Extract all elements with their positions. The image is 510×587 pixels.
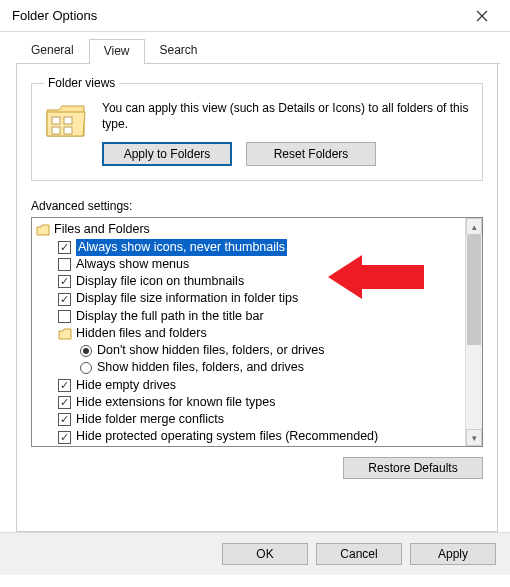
svg-rect-3: [64, 127, 72, 134]
cancel-button[interactable]: Cancel: [316, 543, 402, 565]
folder-views-legend: Folder views: [44, 76, 119, 90]
tree-item-label: Display the full path in the title bar: [76, 308, 264, 325]
folder-icon: [58, 328, 72, 340]
folder-views-group: Folder views You can apply this view (su…: [31, 76, 483, 181]
tree-root[interactable]: Files and Folders: [36, 221, 463, 238]
close-button[interactable]: [462, 2, 502, 30]
tree-item[interactable]: Always show menus: [36, 256, 463, 273]
tree-item-label: Display file size information in folder …: [76, 290, 298, 307]
tree-root-label: Files and Folders: [54, 221, 150, 238]
folder-icon: [36, 224, 50, 236]
radio-icon[interactable]: [80, 345, 92, 357]
apply-to-folders-button[interactable]: Apply to Folders: [102, 142, 232, 166]
tab-strip: General View Search: [16, 38, 500, 64]
scroll-thumb[interactable]: [467, 235, 481, 345]
window-title: Folder Options: [12, 8, 462, 23]
tree-item-label: Show hidden files, folders, and drives: [97, 359, 304, 376]
tab-panel-view: Folder views You can apply this view (su…: [16, 64, 498, 532]
checkbox-icon[interactable]: [58, 293, 71, 306]
svg-rect-0: [52, 117, 60, 124]
tree-item[interactable]: Hide protected operating system files (R…: [36, 428, 463, 445]
apply-button[interactable]: Apply: [410, 543, 496, 565]
tree-item[interactable]: Show hidden files, folders, and drives: [36, 359, 463, 376]
svg-rect-2: [52, 127, 60, 134]
tab-view[interactable]: View: [89, 39, 145, 64]
checkbox-icon[interactable]: [58, 413, 71, 426]
vertical-scrollbar[interactable]: ▴ ▾: [465, 218, 482, 446]
tree-item-label: Always show icons, never thumbnails: [76, 239, 287, 256]
reset-folders-button[interactable]: Reset Folders: [246, 142, 376, 166]
scroll-up-button[interactable]: ▴: [466, 218, 482, 235]
radio-icon[interactable]: [80, 362, 92, 374]
checkbox-icon[interactable]: [58, 431, 71, 444]
scroll-down-button[interactable]: ▾: [466, 429, 482, 446]
scroll-track[interactable]: [466, 235, 482, 429]
tree-item[interactable]: Display the full path in the title bar: [36, 308, 463, 325]
checkbox-icon[interactable]: [58, 241, 71, 254]
tree-item[interactable]: Display file icon on thumbnails: [36, 273, 463, 290]
titlebar: Folder Options: [0, 0, 510, 32]
tree-item[interactable]: Hide folder merge conflicts: [36, 411, 463, 428]
checkbox-icon[interactable]: [58, 310, 71, 323]
tree-item[interactable]: Display file size information in folder …: [36, 290, 463, 307]
checkbox-icon[interactable]: [58, 396, 71, 409]
svg-rect-1: [64, 117, 72, 124]
tree-item[interactable]: Don't show hidden files, folders, or dri…: [36, 342, 463, 359]
checkbox-icon[interactable]: [58, 275, 71, 288]
tree-item-label: Always show menus: [76, 256, 189, 273]
tree-item-label: Display file icon on thumbnails: [76, 273, 244, 290]
close-icon: [476, 10, 488, 22]
tree-item-label: Hide protected operating system files (R…: [76, 428, 378, 445]
tree-item[interactable]: Hide empty drives: [36, 377, 463, 394]
checkbox-icon[interactable]: [58, 258, 71, 271]
ok-button[interactable]: OK: [222, 543, 308, 565]
checkbox-icon[interactable]: [58, 379, 71, 392]
tree-item[interactable]: Hide extensions for known file types: [36, 394, 463, 411]
tree-item[interactable]: Always show icons, never thumbnails: [36, 239, 463, 256]
dialog-button-row: OK Cancel Apply: [0, 532, 510, 575]
folder-views-desc: You can apply this view (such as Details…: [102, 100, 470, 132]
tab-general[interactable]: General: [16, 38, 89, 63]
tree-item-label: Hide empty drives: [76, 377, 176, 394]
tab-search[interactable]: Search: [145, 38, 213, 63]
restore-defaults-button[interactable]: Restore Defaults: [343, 457, 483, 479]
tree-item-label: Hide folder merge conflicts: [76, 411, 224, 428]
advanced-settings-label: Advanced settings:: [31, 199, 483, 213]
tree-item-label: Hide extensions for known file types: [76, 394, 275, 411]
folder-icon: [44, 100, 88, 140]
tree-group-label: Hidden files and folders: [76, 325, 207, 342]
advanced-settings-tree[interactable]: Files and Folders Always show icons, nev…: [31, 217, 483, 447]
tree-item-label: Don't show hidden files, folders, or dri…: [97, 342, 325, 359]
tree-group[interactable]: Hidden files and folders: [36, 325, 463, 342]
